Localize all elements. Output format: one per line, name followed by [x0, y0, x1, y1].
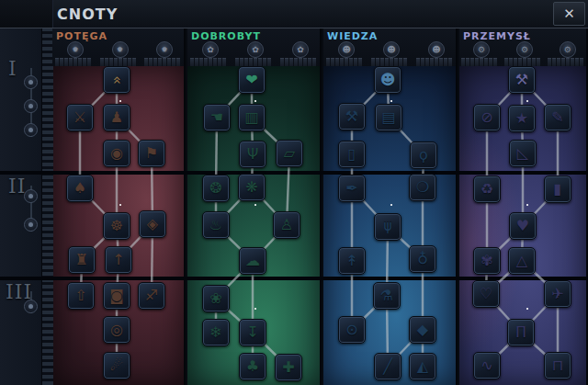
virtue-node-przemysl-hammer[interactable]: ✎: [544, 104, 571, 131]
virtue-node-dobrobyt-lotus[interactable]: ❀: [202, 285, 230, 312]
virtue-node-przemysl-pillar[interactable]: Π: [507, 319, 535, 346]
progress-segment-cell: [416, 58, 420, 66]
virtue-node-przemysl-coin[interactable]: ⊘: [473, 104, 501, 131]
progress-segment-cell: [163, 58, 166, 66]
tier-slot-button[interactable]: [24, 123, 38, 137]
virtue-node-wiedza-eye[interactable]: ⊙: [338, 316, 366, 344]
sun-burst-icon: ❂: [203, 176, 229, 201]
virtue-node-wiedza-ring[interactable]: ❍: [409, 174, 436, 201]
virtue-node-dobrobyt-tree[interactable]: ♣: [239, 353, 266, 380]
heart-icon: ♥: [510, 213, 536, 239]
sprout-hand-icon: ✾: [474, 248, 500, 274]
virtue-node-przemysl-crane[interactable]: ⊓: [544, 352, 571, 379]
progress-segment-cell: [552, 58, 556, 66]
test-tube-icon: ▯: [339, 142, 365, 167]
virtue-node-wiedza-head[interactable]: ☻: [374, 66, 401, 94]
virtue-node-dobrobyt-palm[interactable]: Ψ: [239, 141, 266, 168]
virtue-node-potega-flag[interactable]: ⚑: [138, 140, 165, 167]
virtue-node-przemysl-pulse[interactable]: ∿: [473, 352, 501, 379]
fountain-spray-icon: ❋: [239, 175, 265, 200]
virtue-node-dobrobyt-folk[interactable]: ♙: [273, 211, 300, 239]
virtue-node-wiedza-pick[interactable]: ⚒: [338, 103, 366, 130]
virtue-node-przemysl-recycle[interactable]: ♻: [473, 176, 501, 203]
virtue-node-przemysl-charity[interactable]: ♡: [472, 280, 500, 308]
progress-segment-cell: [326, 58, 330, 66]
virtue-node-potega-totem[interactable]: ♜: [68, 246, 96, 274]
progress-segments: [100, 58, 137, 65]
progress-segment-cell: [466, 58, 469, 66]
virtue-node-potega-gem[interactable]: ◈: [139, 210, 166, 238]
virtue-node-przemysl-sprout[interactable]: ✾: [473, 247, 501, 275]
virtue-node-dobrobyt-cycle[interactable]: ↧: [239, 319, 266, 346]
virtue-node-przemysl-ramp[interactable]: ◺: [509, 140, 537, 167]
tier-slot-button[interactable]: [24, 99, 38, 113]
temple-pillar-icon: Π: [508, 320, 534, 345]
virtue-node-dobrobyt-bread[interactable]: ♨: [202, 211, 230, 239]
virtue-node-przemysl-bottle[interactable]: ▮: [544, 176, 571, 203]
virtue-node-przemysl-network[interactable]: △: [508, 247, 536, 275]
virtue-node-potega-bulwark[interactable]: ⇧: [67, 282, 95, 310]
virtue-node-wiedza-pyramid[interactable]: ◭: [409, 353, 436, 380]
virtue-node-wiedza-book[interactable]: ▤: [375, 104, 402, 131]
open-palm-icon: Ψ: [240, 142, 266, 167]
lotus-leaf-icon: ❀: [203, 286, 229, 311]
virtue-node-potega-sword[interactable]: ⚔: [66, 104, 94, 131]
tier-slot-button[interactable]: [24, 218, 38, 232]
virtue-node-potega-leader[interactable]: ◎: [103, 316, 130, 344]
virtue-node-dobrobyt-burst[interactable]: ❂: [202, 175, 230, 202]
virtue-node-dobrobyt-chart[interactable]: ▥: [238, 104, 266, 131]
virtue-node-potega-upgrade[interactable]: ↑: [105, 246, 132, 274]
virtue-node-dobrobyt-frost[interactable]: ❄: [202, 319, 230, 346]
gear-icon: ⚙: [560, 41, 576, 58]
virtue-node-wiedza-planet[interactable]: ♁: [409, 245, 436, 273]
builder-pencil-icon: ✎: [545, 105, 571, 130]
crane-rig-icon: ⊓: [545, 353, 571, 379]
progress-segment-cell: [435, 58, 438, 66]
virtue-node-dobrobyt-apple[interactable]: ❤: [238, 66, 266, 94]
wrench-pipe-icon: ╱: [375, 354, 401, 379]
progress-segment-cell: [376, 58, 379, 66]
virtue-node-dobrobyt-grab[interactable]: ☚: [203, 104, 231, 131]
progress-segment-cell: [444, 58, 447, 66]
virtue-node-wiedza-rocket[interactable]: ↟: [338, 247, 366, 275]
progress-segment-cell: [421, 58, 424, 66]
tier-slot-button[interactable]: [24, 189, 38, 203]
tier-slot-button[interactable]: [24, 300, 38, 313]
virtue-node-dobrobyt-plus[interactable]: ✚: [275, 354, 302, 381]
virtue-node-potega-claw[interactable]: ☸: [103, 212, 130, 240]
tier-slot-button[interactable]: [24, 75, 38, 89]
virtue-node-dobrobyt-brain[interactable]: ☁: [239, 247, 266, 275]
virtue-node-potega-armor[interactable]: ♠: [66, 175, 94, 202]
progress-segment-cell: [132, 58, 136, 66]
triangle-network-icon: △: [509, 248, 535, 274]
virtue-node-wiedza-bulb[interactable]: ϙ: [410, 142, 437, 169]
virtue-node-wiedza-tool[interactable]: ╱: [374, 353, 401, 380]
progress-segment-cell: [128, 58, 131, 66]
progress-segment-cell: [439, 58, 443, 66]
window-title: CNOTY: [57, 6, 118, 23]
virtue-node-potega-unit[interactable]: ♟: [103, 104, 130, 131]
virtue-node-potega-rank[interactable]: »: [103, 66, 130, 94]
virtue-node-potega-nut[interactable]: ◙: [103, 282, 130, 310]
virtue-node-wiedza-tube[interactable]: ▯: [338, 141, 366, 168]
virtue-node-wiedza-cap[interactable]: ◆: [409, 316, 436, 344]
virtue-node-przemysl-wrench[interactable]: ⚒: [508, 66, 536, 94]
virtue-node-dobrobyt-fountain[interactable]: ❋: [238, 174, 266, 201]
virtue-node-wiedza-scope[interactable]: ⚗: [373, 282, 401, 310]
close-button[interactable]: ✕: [553, 2, 585, 26]
bird-wave-icon: ✈: [545, 281, 571, 307]
virtue-node-potega-watch[interactable]: ◉: [103, 140, 130, 167]
column-header-przemysl: PRZEMYSŁ⚙⚙⚙: [459, 28, 588, 66]
progress-segment-cell: [403, 58, 407, 66]
virtue-node-potega-archer[interactable]: ♐: [138, 282, 165, 310]
virtue-node-przemysl-heart[interactable]: ♥: [509, 212, 537, 240]
virtue-node-przemysl-star[interactable]: ★: [508, 105, 536, 132]
star-bloom-icon: ❄: [203, 320, 229, 345]
virtue-node-wiedza-quill[interactable]: ✒: [338, 175, 366, 202]
virtue-node-wiedza-fork[interactable]: ⋔: [374, 213, 401, 241]
virtue-node-przemysl-bird[interactable]: ✈: [544, 280, 571, 308]
virtue-node-dobrobyt-map[interactable]: ▱: [276, 140, 303, 167]
virtue-node-potega-comet[interactable]: ☄: [103, 352, 130, 379]
progress-segment-cell: [235, 58, 239, 66]
progress-segment-cell: [548, 58, 551, 66]
